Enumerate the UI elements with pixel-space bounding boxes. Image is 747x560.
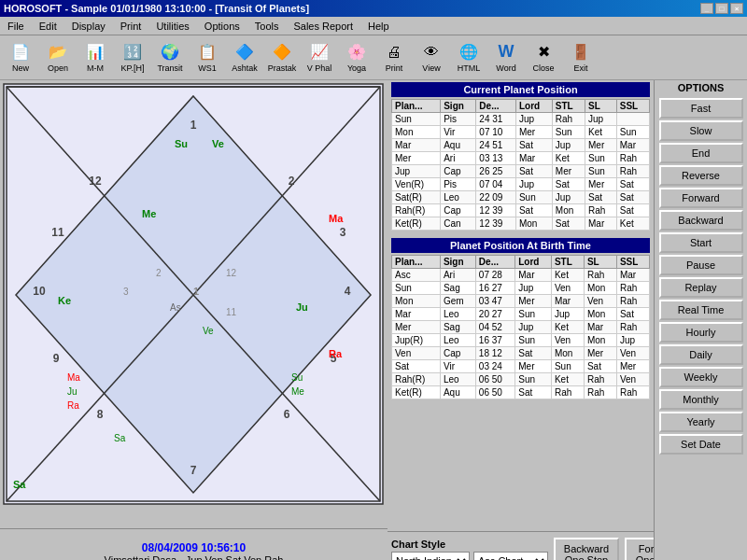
svg-text:6: 6 (284, 408, 290, 421)
chart-type-select[interactable]: Asc Chart Moon Chart Sun Chart (473, 552, 548, 560)
col-sl2: SL (584, 256, 616, 269)
svg-text:2: 2 (156, 268, 162, 278)
menu-tools[interactable]: Tools (251, 20, 283, 33)
birth-planet-table: Plan... Sign De... Lord STL SL SSL AscAr… (391, 255, 650, 399)
menu-sales-report[interactable]: Sales Report (289, 20, 357, 33)
new-icon: 📄 (9, 41, 32, 63)
options-panel: OPTIONS Fast Slow End Reverse Forward Ba… (654, 80, 747, 560)
menu-print[interactable]: Print (117, 20, 146, 33)
tool-word[interactable]: WWord (489, 38, 523, 77)
right-panel: Current Planet Position Plan... Sign De.… (388, 80, 747, 560)
maximize-button[interactable]: □ (715, 3, 728, 14)
title-bar: HOROSOFT - Sample 01/01/1980 13:10:00 - … (0, 0, 747, 17)
window-close-button[interactable]: × (730, 3, 743, 14)
weekly-button[interactable]: Weekly (659, 367, 743, 387)
tool-mm[interactable]: 📊M-M (78, 38, 112, 77)
chart-style-label: Chart Style (391, 539, 445, 550)
open-icon: 📂 (47, 41, 69, 63)
menu-bar: File Edit Display Print Utilities Option… (0, 17, 747, 35)
backward-btn-wrap: BackwardOne Step (554, 538, 619, 560)
start-button[interactable]: Start (659, 232, 743, 253)
backward-button[interactable]: Backward (659, 210, 743, 231)
table-row: Rah(R)Leo06 50SunKetRahVen (392, 373, 650, 386)
menu-options[interactable]: Options (201, 20, 244, 33)
current-planet-title: Current Planet Position (391, 82, 650, 97)
svg-text:Sa: Sa (114, 433, 126, 443)
set-date-button[interactable]: Set Date (659, 434, 743, 455)
print-icon: 🖨 (383, 41, 405, 63)
col-lord: Lord (515, 100, 552, 113)
fast-button[interactable]: Fast (659, 98, 743, 119)
view-icon: 👁 (420, 41, 443, 63)
current-planet-section: Current Planet Position Plan... Sign De.… (388, 80, 654, 232)
menu-edit[interactable]: Edit (35, 20, 61, 33)
yoga-icon: 🌸 (345, 41, 368, 63)
tool-kp[interactable]: 🔢KP.[H] (116, 38, 149, 77)
slow-button[interactable]: Slow (659, 120, 743, 141)
svg-text:Ra: Ra (67, 400, 79, 411)
col-plan2: Plan... (392, 256, 441, 269)
tool-view[interactable]: 👁View (415, 38, 448, 77)
tool-open[interactable]: 📂Open (41, 38, 75, 77)
replay-button[interactable]: Replay (659, 277, 743, 298)
vphal-icon: 📈 (308, 41, 331, 63)
col-plan: Plan... (392, 100, 441, 113)
reverse-button[interactable]: Reverse (659, 165, 743, 186)
col-stl2: STL (551, 256, 584, 269)
svg-text:Ju: Ju (67, 386, 78, 397)
table-row: VenCap18 12SatMonMerVen (392, 347, 650, 360)
minimize-button[interactable]: _ (700, 3, 713, 14)
table-row: MonGem03 47MerMarVenRah (392, 295, 650, 308)
table-row: MerSag04 52JupKetMarRah (392, 321, 650, 334)
tool-vphal[interactable]: 📈V Phal (303, 38, 336, 77)
table-row: MerAri03 13MarKetSunRah (392, 152, 650, 165)
table-row: MarLeo20 27SunJupMonSat (392, 308, 650, 321)
close-toolbar-icon: ✖ (532, 41, 555, 63)
tool-ashtak[interactable]: 🔷Ashtak (228, 38, 261, 77)
yearly-button[interactable]: Yearly (659, 412, 743, 432)
title-text: HOROSOFT - Sample 01/01/1980 13:10:00 - … (4, 3, 309, 14)
realtime-button[interactable]: Real Time (659, 300, 743, 320)
backward-one-step-button[interactable]: BackwardOne Step (554, 538, 619, 560)
tool-close[interactable]: ✖Close (527, 38, 560, 77)
menu-file[interactable]: File (4, 20, 28, 33)
table-row: Jup(R)Leo16 37SunVenMonJup (392, 334, 650, 347)
tool-prastak[interactable]: 🔶Prastak (265, 38, 299, 77)
ws1-icon: 📋 (196, 41, 218, 63)
forward-button[interactable]: Forward (659, 188, 743, 208)
svg-text:Sa: Sa (13, 479, 26, 490)
table-row: Ket(R)Can12 39MonSatMarKet (392, 217, 650, 231)
ashtak-icon: 🔷 (233, 41, 256, 63)
tool-ws1[interactable]: 📋WS1 (190, 38, 224, 77)
table-row: AscAri07 28MarKetRahMar (392, 269, 650, 282)
pause-button[interactable]: Pause (659, 255, 743, 275)
tool-print[interactable]: 🖨Print (377, 38, 411, 77)
col-deg2: De... (475, 256, 514, 269)
toolbar: 📄New 📂Open 📊M-M 🔢KP.[H] 🌍Transit 📋WS1 🔷A… (0, 35, 747, 80)
table-row: JupCap26 25SatMerSunRah (392, 165, 650, 178)
end-button[interactable]: End (659, 143, 743, 163)
birth-planet-title: Planet Position At Birth Time (391, 238, 650, 253)
tool-transit[interactable]: 🌍Transit (153, 38, 187, 77)
tool-yoga[interactable]: 🌸Yoga (340, 38, 374, 77)
tool-html[interactable]: 🌐HTML (452, 38, 486, 77)
menu-help[interactable]: Help (364, 20, 393, 33)
bottom-controls: Chart Style North Indian South Indian Ea… (388, 531, 654, 560)
monthly-button[interactable]: Monthly (659, 389, 743, 410)
menu-utilities[interactable]: Utilities (152, 20, 192, 33)
date-time-display: 08/04/2009 10:56:10 (142, 541, 246, 554)
svg-text:Ve: Ve (212, 138, 224, 149)
tool-exit[interactable]: 🚪Exit (564, 38, 598, 77)
table-row: Ven(R)Pis07 04JupSatMerSat (392, 178, 650, 191)
tool-new[interactable]: 📄New (4, 38, 37, 77)
svg-text:Me: Me (291, 386, 304, 397)
hourly-button[interactable]: Hourly (659, 322, 743, 343)
window-controls: _ □ × (700, 3, 743, 14)
daily-button[interactable]: Daily (659, 344, 743, 365)
table-row: MarAqu24 51SatJupMerMar (392, 139, 650, 152)
col-sign2: Sign (440, 256, 475, 269)
col-sl: SL (585, 100, 617, 113)
menu-display[interactable]: Display (68, 20, 109, 33)
chart-style-select[interactable]: North Indian South Indian East Indian (391, 552, 470, 560)
horoscope-chart: 1 2 3 4 5 6 7 8 9 10 11 12 Su (2, 82, 385, 553)
